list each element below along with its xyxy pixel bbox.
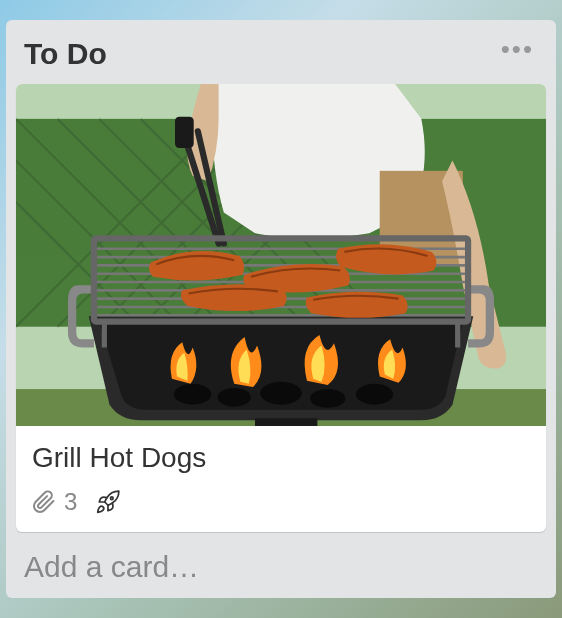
card-cover-image [16, 84, 546, 426]
svg-point-37 [111, 497, 114, 500]
paperclip-icon [32, 490, 56, 514]
add-card-button[interactable]: Add a card… [16, 532, 546, 584]
more-horizontal-icon: ••• [501, 34, 534, 64]
svg-point-23 [356, 384, 393, 405]
card-badges: 3 [32, 488, 530, 516]
card-body: Grill Hot Dogs 3 [16, 426, 546, 532]
svg-point-21 [260, 382, 302, 405]
rocket-icon [95, 489, 121, 515]
svg-point-19 [174, 384, 211, 405]
list-title[interactable]: To Do [24, 37, 107, 71]
svg-rect-36 [255, 418, 317, 426]
attachment-count: 3 [64, 488, 77, 516]
list-menu-button[interactable]: ••• [497, 36, 538, 72]
list-column: To Do ••• [6, 20, 556, 598]
list-header: To Do ••• [16, 30, 546, 84]
card-title: Grill Hot Dogs [32, 442, 530, 474]
svg-point-20 [218, 388, 251, 407]
card[interactable]: Grill Hot Dogs 3 [16, 84, 546, 532]
attachment-badge: 3 [32, 488, 77, 516]
svg-rect-18 [175, 117, 194, 148]
svg-point-22 [310, 389, 345, 408]
powerup-badge [95, 489, 121, 515]
